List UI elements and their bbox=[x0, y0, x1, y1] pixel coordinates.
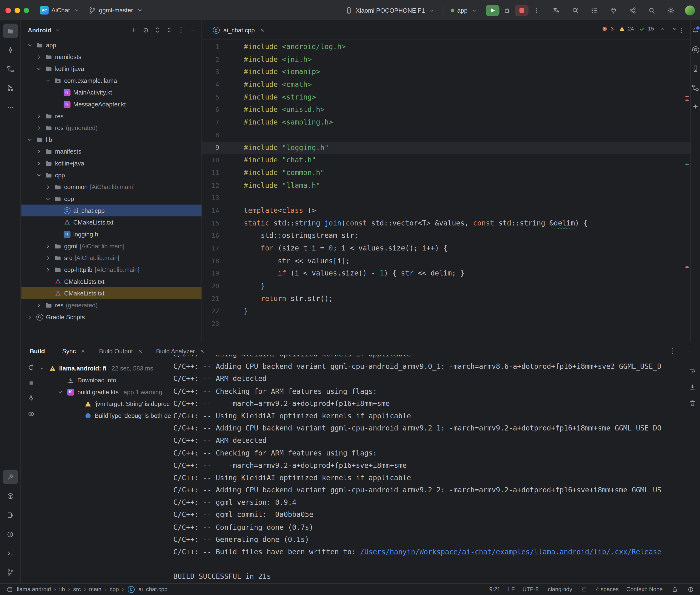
write-access-icon[interactable] bbox=[670, 585, 678, 593]
chevron-down-icon[interactable] bbox=[26, 136, 33, 143]
file-encoding[interactable]: UTF-8 bbox=[523, 586, 539, 593]
version-control-icon[interactable] bbox=[3, 565, 18, 580]
project-tree-item[interactable]: kotlin+java bbox=[22, 158, 201, 169]
project-tree-item[interactable]: kotlin+java bbox=[22, 63, 201, 75]
hide-panel-icon[interactable] bbox=[188, 25, 198, 35]
next-problem-icon[interactable] bbox=[670, 25, 678, 33]
project-tree-item[interactable]: res (generated) bbox=[22, 299, 201, 311]
code-line[interactable]: 6#include <unistd.h> bbox=[202, 104, 691, 116]
code-line[interactable]: 11#include "common.h" bbox=[202, 167, 691, 179]
close-tab-icon[interactable] bbox=[198, 347, 206, 355]
line-number[interactable]: 4 bbox=[202, 79, 219, 91]
ai-search-icon[interactable] bbox=[570, 5, 581, 16]
layout-inspector-icon[interactable] bbox=[692, 84, 700, 92]
terminal-icon[interactable] bbox=[3, 546, 18, 561]
context-indicator[interactable]: Context: None bbox=[626, 586, 663, 593]
collapse-all-icon[interactable] bbox=[164, 25, 174, 35]
line-number[interactable]: 19 bbox=[202, 267, 219, 280]
add-icon[interactable] bbox=[129, 25, 139, 35]
line-number[interactable]: 3 bbox=[202, 66, 219, 79]
code-line[interactable]: 7#include <sampling.h> bbox=[202, 116, 691, 129]
panel-options-icon[interactable] bbox=[176, 25, 186, 35]
line-number[interactable]: 23 bbox=[202, 318, 219, 331]
minimize-panel-icon[interactable] bbox=[683, 346, 694, 356]
expand-all-icon[interactable] bbox=[152, 25, 163, 35]
project-tree-item[interactable]: res bbox=[22, 110, 201, 122]
inspection-filter-icon[interactable] bbox=[26, 409, 36, 419]
translate-icon[interactable] bbox=[551, 5, 562, 16]
line-number[interactable]: 18 bbox=[202, 255, 219, 267]
project-tree-item[interactable]: cpp bbox=[22, 169, 201, 181]
breadcrumb-item[interactable]: llama.android bbox=[17, 586, 51, 593]
inspections-widget[interactable]: 3 24 15 bbox=[601, 25, 678, 33]
packages-icon[interactable] bbox=[3, 489, 18, 503]
build-options-icon[interactable] bbox=[667, 346, 677, 356]
line-separator[interactable]: LF bbox=[508, 586, 515, 593]
project-tree-item[interactable]: CMakeLists.txt bbox=[22, 276, 201, 287]
close-tab-icon[interactable] bbox=[258, 26, 266, 34]
chevron-right-icon[interactable] bbox=[35, 302, 43, 309]
project-tree-item[interactable]: manifests bbox=[22, 51, 201, 63]
chevron-right-icon[interactable] bbox=[35, 160, 43, 167]
chevron-down-icon[interactable] bbox=[35, 171, 43, 179]
line-number[interactable]: 20 bbox=[202, 280, 219, 293]
user-avatar-icon[interactable] bbox=[684, 5, 696, 16]
code-line[interactable]: 20 } bbox=[202, 280, 691, 293]
editor-options-icon[interactable] bbox=[678, 26, 686, 34]
code-line[interactable]: 19 if (i < values.size() - 1) { str << d… bbox=[202, 267, 691, 280]
sync-tree-item[interactable]: Kbuild.gradle.ktsapp 1 warning bbox=[38, 386, 172, 398]
indent-config-icon[interactable] bbox=[580, 585, 588, 593]
chevron-down-icon[interactable] bbox=[35, 65, 43, 73]
line-number[interactable]: 6 bbox=[202, 104, 219, 116]
run-button[interactable] bbox=[486, 5, 499, 16]
editor-tab-ai_chat-cpp[interactable]: C ai_chat.cpp bbox=[206, 21, 272, 40]
errors-summary[interactable]: 3 bbox=[601, 25, 614, 33]
chevron-right-icon[interactable] bbox=[35, 53, 43, 60]
project-window-icon[interactable] bbox=[5, 585, 13, 593]
code-line[interactable]: 15static std::string join(const std::vec… bbox=[202, 217, 691, 230]
vcs-branch-selector[interactable]: ggml-master bbox=[84, 4, 147, 16]
task-list-icon[interactable] bbox=[589, 5, 600, 16]
sync-tree-item[interactable]: Download info bbox=[38, 374, 172, 386]
build-tab-sync[interactable]: Sync bbox=[58, 345, 92, 358]
project-tree-item[interactable]: com.example.llama bbox=[22, 75, 201, 86]
pin-tab-icon[interactable] bbox=[26, 393, 36, 403]
code-line[interactable]: 18 str << values[i]; bbox=[202, 255, 691, 267]
chevron-right-icon[interactable] bbox=[26, 313, 33, 321]
code-line[interactable]: 22} bbox=[202, 305, 691, 318]
error-stripe[interactable] bbox=[685, 100, 689, 101]
project-tree-item[interactable]: cpp bbox=[22, 193, 201, 205]
caret-position[interactable]: 9:21 bbox=[489, 586, 500, 593]
breadcrumb-item[interactable]: ai_chat.cpp bbox=[138, 586, 167, 593]
chevron-down-icon[interactable] bbox=[26, 41, 33, 49]
passed-summary[interactable]: 15 bbox=[638, 25, 654, 33]
project-tree-item[interactable]: app bbox=[22, 39, 201, 51]
warnings-summary[interactable]: 24 bbox=[618, 25, 634, 33]
minimize-window-button[interactable] bbox=[15, 8, 20, 13]
project-tree-item[interactable]: Cai_chat.cpp bbox=[22, 204, 201, 217]
status-indicator-icon[interactable] bbox=[687, 585, 695, 593]
code-line[interactable]: 16 std::ostringstream str; bbox=[202, 230, 691, 243]
locate-file-icon[interactable] bbox=[141, 25, 150, 35]
problems-icon[interactable] bbox=[3, 527, 18, 541]
re-sync-icon[interactable] bbox=[26, 362, 36, 372]
project-tree-item[interactable]: manifests bbox=[22, 145, 201, 158]
line-number[interactable]: 10 bbox=[202, 154, 219, 167]
code-line[interactable]: 2#include <jni.h> bbox=[202, 54, 691, 66]
line-number[interactable]: 5 bbox=[202, 91, 219, 104]
code-line[interactable]: 12#include "llama.h" bbox=[202, 179, 691, 192]
build-output-path-link[interactable]: /Users/hanyin/Workspace/ai-chat/examples… bbox=[360, 548, 662, 556]
sync-tree-item[interactable]: llama.android: fi22 sec, 583 ms bbox=[38, 362, 172, 374]
line-number[interactable]: 17 bbox=[202, 243, 219, 255]
chevron-right-icon[interactable] bbox=[35, 112, 43, 120]
chevron-down-icon[interactable] bbox=[44, 195, 52, 202]
chevron-down-icon[interactable] bbox=[44, 77, 52, 84]
code-line[interactable]: 5#include <string> bbox=[202, 91, 691, 104]
line-number[interactable]: 15 bbox=[202, 217, 219, 230]
stop-button[interactable] bbox=[515, 5, 528, 16]
project-tree-item[interactable]: CMakeLists.txt bbox=[22, 287, 201, 299]
line-number[interactable]: 9 bbox=[202, 142, 219, 154]
chevron-right-icon[interactable] bbox=[44, 243, 52, 250]
project-icon[interactable] bbox=[3, 24, 18, 38]
stop-sync-icon[interactable] bbox=[26, 378, 36, 388]
